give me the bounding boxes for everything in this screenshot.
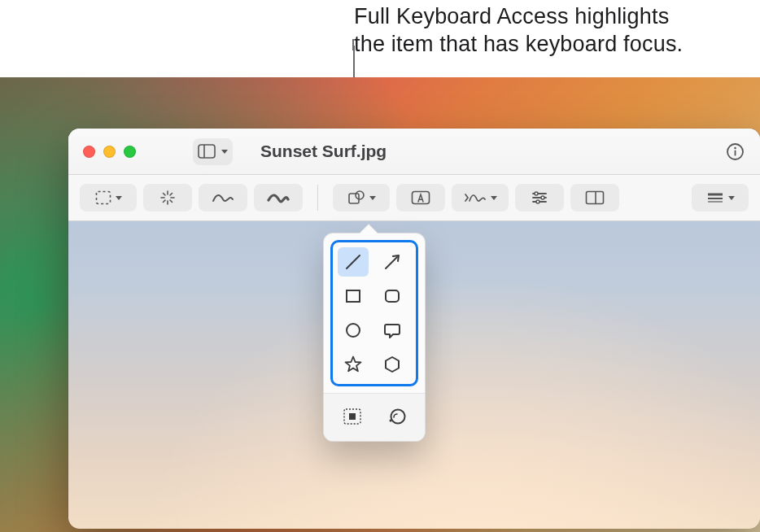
loupe-icon bbox=[386, 406, 407, 427]
svg-rect-23 bbox=[587, 192, 604, 204]
shapes-popover bbox=[323, 233, 426, 442]
shapes-button[interactable] bbox=[333, 184, 390, 211]
svg-point-37 bbox=[390, 420, 392, 422]
preview-window: Sunset Surf.jpg bbox=[68, 129, 760, 527]
minimize-button[interactable] bbox=[103, 146, 116, 158]
shape-polygon[interactable] bbox=[377, 350, 408, 379]
chevron-down-icon bbox=[221, 150, 228, 154]
caption-line2: the item that has keyboard focus. bbox=[354, 32, 683, 56]
svg-line-28 bbox=[347, 255, 360, 268]
svg-rect-5 bbox=[96, 192, 110, 204]
line-icon bbox=[343, 251, 364, 273]
shape-arrow[interactable] bbox=[377, 247, 408, 277]
shape-oval[interactable] bbox=[338, 316, 369, 345]
hexagon-icon bbox=[382, 354, 403, 375]
shape-loupe[interactable] bbox=[379, 402, 413, 431]
window-title: Sunset Surf.jpg bbox=[260, 142, 387, 161]
titlebar[interactable]: Sunset Surf.jpg bbox=[68, 129, 760, 175]
sketch-button[interactable] bbox=[199, 184, 247, 211]
adjust-size-icon bbox=[585, 190, 605, 205]
sketch-icon bbox=[212, 191, 234, 204]
shape-star[interactable] bbox=[338, 350, 369, 379]
toolbar-separator bbox=[317, 185, 318, 211]
traffic-lights bbox=[83, 146, 136, 158]
speech-bubble-icon bbox=[382, 320, 403, 341]
svg-line-29 bbox=[386, 257, 397, 268]
svg-point-20 bbox=[535, 192, 538, 195]
chevron-down-icon bbox=[728, 196, 735, 200]
markup-toolbar bbox=[68, 175, 760, 221]
arrow-icon bbox=[382, 251, 403, 273]
caption: Full Keyboard Access highlights the item… bbox=[354, 3, 728, 59]
text-icon bbox=[411, 190, 430, 205]
draw-icon bbox=[267, 191, 290, 204]
text-button[interactable] bbox=[396, 184, 445, 211]
sign-button[interactable] bbox=[452, 184, 509, 211]
rectangle-icon bbox=[343, 286, 364, 307]
star-icon bbox=[343, 354, 364, 375]
inspector-button[interactable] bbox=[725, 142, 745, 162]
shape-extras-row bbox=[324, 393, 425, 441]
draw-button[interactable] bbox=[254, 184, 303, 211]
chevron-down-icon bbox=[369, 196, 376, 200]
zoom-button[interactable] bbox=[124, 146, 136, 158]
svg-line-11 bbox=[170, 200, 173, 203]
svg-point-32 bbox=[347, 324, 360, 337]
svg-point-3 bbox=[734, 146, 736, 149]
mask-icon bbox=[342, 407, 363, 426]
svg-point-21 bbox=[541, 196, 544, 199]
adjust-color-button[interactable] bbox=[515, 184, 564, 211]
chevron-down-icon bbox=[116, 196, 122, 200]
shape-rectangle[interactable] bbox=[338, 281, 369, 311]
chevron-down-icon bbox=[491, 196, 497, 200]
adjust-size-button[interactable] bbox=[570, 184, 619, 211]
shapes-icon bbox=[347, 190, 365, 206]
svg-marker-33 bbox=[386, 357, 399, 372]
sidebar-icon bbox=[198, 144, 216, 159]
sparkle-icon bbox=[159, 189, 177, 207]
popover-arrow-icon bbox=[360, 225, 378, 233]
selection-tool-button[interactable] bbox=[80, 184, 137, 211]
shape-rounded-rectangle[interactable] bbox=[377, 281, 408, 311]
svg-point-22 bbox=[536, 200, 539, 203]
selection-icon bbox=[95, 190, 111, 205]
instant-alpha-button[interactable] bbox=[143, 184, 192, 211]
signature-icon bbox=[464, 191, 487, 204]
svg-rect-35 bbox=[349, 413, 356, 420]
shape-line[interactable] bbox=[338, 247, 369, 277]
shape-mask[interactable] bbox=[335, 402, 369, 431]
svg-rect-4 bbox=[735, 150, 736, 155]
svg-line-13 bbox=[164, 200, 166, 203]
toolbar-flex-spacer bbox=[634, 185, 677, 211]
shape-grid[interactable] bbox=[330, 240, 418, 386]
line-style-icon bbox=[706, 192, 724, 203]
svg-point-36 bbox=[391, 410, 405, 424]
svg-line-10 bbox=[164, 194, 166, 196]
svg-rect-30 bbox=[347, 290, 360, 302]
close-button[interactable] bbox=[83, 146, 95, 158]
svg-line-12 bbox=[170, 194, 173, 196]
svg-point-15 bbox=[356, 191, 364, 199]
sliders-icon bbox=[531, 190, 548, 205]
shape-speech-bubble[interactable] bbox=[377, 316, 408, 345]
shape-style-button[interactable] bbox=[692, 184, 749, 211]
oval-icon bbox=[343, 320, 364, 341]
caption-line1: Full Keyboard Access highlights bbox=[354, 4, 669, 28]
rounded-rectangle-icon bbox=[382, 286, 403, 307]
svg-rect-31 bbox=[386, 290, 399, 302]
sidebar-toggle[interactable] bbox=[193, 138, 233, 165]
svg-rect-0 bbox=[199, 145, 215, 158]
info-icon bbox=[726, 142, 745, 161]
